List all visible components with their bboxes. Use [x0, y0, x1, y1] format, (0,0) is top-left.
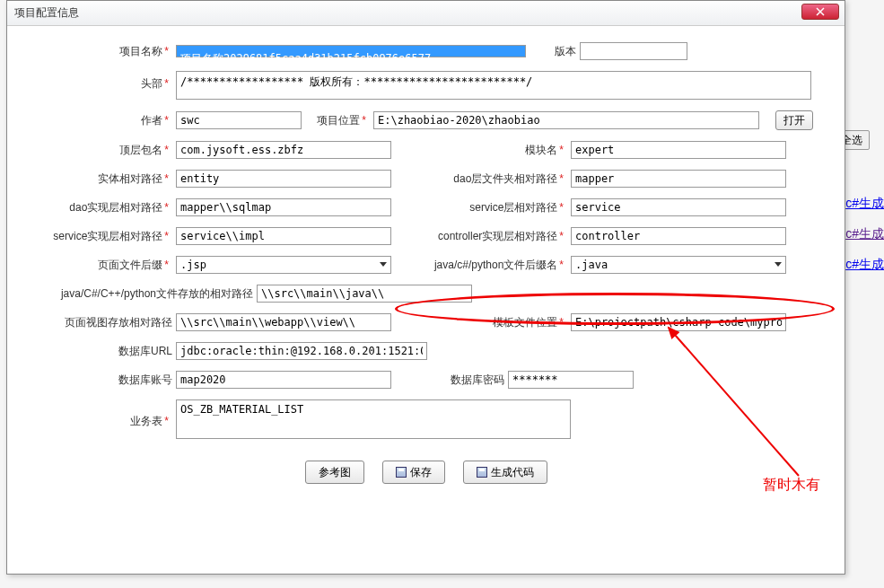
config-dialog: 项目配置信息 项目名称* 项目名称2029681f5caa4d31b215fcb… [6, 0, 845, 575]
label-code-path: java/C#/C++/python文件存放的相对路径 [23, 286, 257, 302]
label-dao-impl: dao实现层相对路径* [23, 200, 176, 215]
label-db-user: 数据库账号 [23, 373, 176, 388]
form-body: 项目名称* 项目名称2029681f5caa4d31b215fcb0976e65… [7, 26, 845, 493]
label-file-suffix: java/c#/python文件后缀名* [391, 258, 571, 273]
save-button-label: 保存 [410, 465, 432, 480]
file-suffix-value: .java [575, 259, 608, 271]
save-icon [396, 467, 407, 478]
label-service-path: service层相对路径* [391, 200, 571, 215]
project-loc-input[interactable] [373, 111, 759, 129]
file-suffix-combo[interactable]: .java [571, 256, 786, 274]
label-module: 模块名* [391, 143, 571, 158]
author-input[interactable] [176, 111, 302, 129]
template-loc-input[interactable] [571, 313, 786, 331]
header-textarea[interactable]: /****************** 版权所有：***************… [176, 71, 811, 100]
label-template-loc: 模板文件位置* [391, 315, 571, 330]
label-project-name: 项目名称* [23, 44, 176, 59]
chevron-down-icon [380, 262, 387, 267]
generate-code-button[interactable]: 生成代码 [463, 461, 547, 484]
close-button[interactable] [801, 4, 839, 20]
view-path-input[interactable] [176, 313, 391, 331]
link-csharp-1[interactable]: c#生成 [845, 196, 884, 212]
biz-table-textarea[interactable]: OS_ZB_MATERIAL_LIST [176, 399, 571, 439]
link-csharp-2[interactable]: c#生成 [845, 226, 884, 242]
service-path-input[interactable] [571, 198, 786, 216]
label-entity-path: 实体相对路径* [23, 171, 176, 187]
dao-folder-input[interactable] [571, 170, 786, 188]
label-view-path: 页面视图存放相对路径 [23, 315, 176, 330]
page-suffix-value: .jsp [180, 259, 206, 271]
label-db-url: 数据库URL [23, 344, 176, 359]
project-name-input[interactable]: 项目名称2029681f5caa4d31b215fcb0976e6577 [176, 45, 526, 57]
db-pass-input[interactable] [508, 371, 634, 389]
open-button[interactable]: 打开 [775, 110, 813, 130]
page-suffix-combo[interactable]: .jsp [176, 256, 391, 274]
label-db-pass: 数据库密码 [427, 373, 508, 388]
module-input[interactable] [571, 141, 786, 159]
generate-code-label: 生成代码 [491, 465, 534, 480]
service-impl-input[interactable] [176, 227, 391, 245]
link-csharp-3[interactable]: c#生成 [845, 257, 884, 273]
label-header: 头部* [23, 71, 176, 92]
dialog-titlebar: 项目配置信息 [7, 1, 845, 26]
controller-impl-input[interactable] [571, 227, 786, 245]
version-input[interactable] [580, 42, 687, 60]
ref-image-button[interactable]: 参考图 [305, 461, 364, 484]
background-links: c#生成 c#生成 c#生成 [845, 196, 884, 287]
label-dao-folder: dao层文件夹相对路径* [391, 171, 571, 187]
code-path-input[interactable] [257, 285, 472, 303]
dialog-title: 项目配置信息 [14, 5, 79, 21]
close-icon [816, 7, 825, 16]
label-project-loc: 项目位置* [311, 113, 373, 128]
dao-impl-input[interactable] [176, 198, 391, 216]
label-page-suffix: 页面文件后缀* [23, 258, 176, 273]
top-pkg-input[interactable] [176, 141, 391, 159]
db-url-input[interactable] [176, 342, 427, 360]
footer-buttons: 参考图 保存 生成代码 [23, 461, 828, 484]
label-biz-table: 业务表* [23, 399, 176, 429]
save-icon [477, 467, 487, 478]
db-user-input[interactable] [176, 371, 391, 389]
label-top-pkg: 顶层包名* [23, 143, 176, 158]
label-service-impl: service实现层相对路径* [23, 229, 176, 244]
save-button[interactable]: 保存 [382, 461, 445, 484]
entity-path-input[interactable] [176, 170, 391, 188]
label-controller-impl: controller实现层相对路径* [391, 229, 571, 244]
label-author: 作者* [23, 113, 176, 128]
label-version: 版本 [535, 44, 580, 59]
chevron-down-icon [775, 262, 782, 267]
